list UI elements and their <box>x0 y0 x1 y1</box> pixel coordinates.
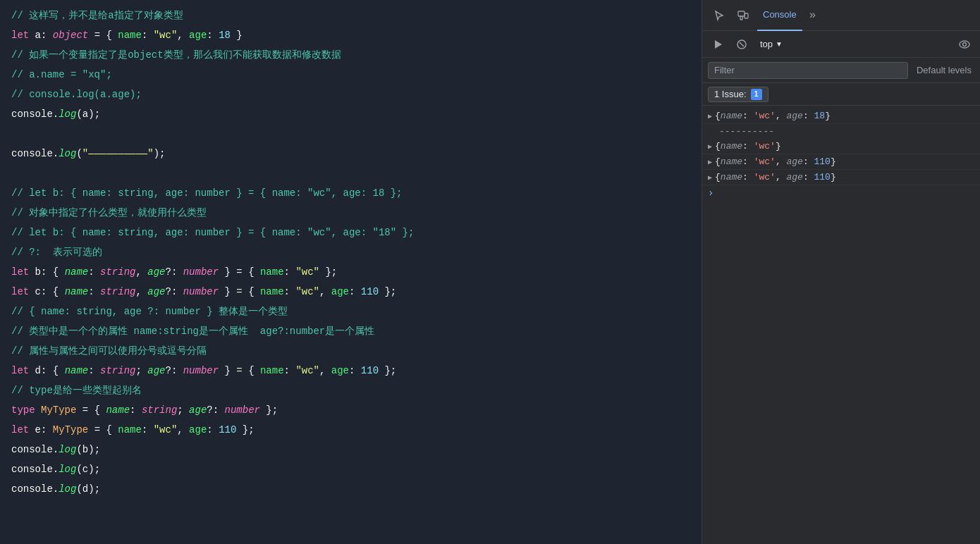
context-selector[interactable]: top ▼ <box>756 37 787 51</box>
stop-btn[interactable] <box>732 35 752 54</box>
code-panel: // 这样写，并不是给a指定了对象类型 let a: object = { na… <box>0 0 702 544</box>
issues-badge[interactable]: 1 Issue: 1 <box>708 87 768 102</box>
chevron-down-icon: ▼ <box>776 40 783 48</box>
code-line-7 <box>0 124 702 144</box>
svg-point-6 <box>960 41 969 48</box>
default-levels-btn[interactable]: Default levels <box>914 63 974 77</box>
show-live-expressions-btn[interactable] <box>955 35 974 54</box>
console-line-3[interactable]: {name: 'wc', age: 110} <box>702 154 980 170</box>
filter-input[interactable] <box>708 62 908 79</box>
code-line-23: console.log(b); <box>0 440 702 459</box>
console-line-2[interactable]: {name: 'wc'} <box>702 139 980 154</box>
issue-count: 1 <box>754 90 759 98</box>
code-line-15: let c: { name: string, age?: number } = … <box>0 282 702 302</box>
console-text-3: {name: 'wc', age: 110} <box>715 156 836 167</box>
devtools-panel: Console » top ▼ <box>702 0 980 544</box>
run-script-btn[interactable] <box>708 35 728 54</box>
code-line-18: // 属性与属性之间可以使用分号或逗号分隔 <box>0 341 702 361</box>
issues-label: 1 Issue: <box>714 89 747 99</box>
code-line-20: // type是给一些类型起别名 <box>0 381 702 400</box>
expand-icon-2[interactable] <box>708 142 712 151</box>
issues-bar: 1 Issue: 1 <box>702 83 980 106</box>
code-line-14: let b: { name: string, age?: number } = … <box>0 262 702 282</box>
code-line-22: let e: MyType = { name: "wc", age: 110 }… <box>0 420 702 440</box>
more-tabs-btn[interactable]: » <box>805 0 821 31</box>
svg-rect-0 <box>738 11 745 16</box>
svg-rect-1 <box>745 13 748 18</box>
console-text-1: {name: 'wc', age: 18} <box>715 111 831 121</box>
svg-rect-2 <box>740 16 742 20</box>
code-line-17: // 类型中是一个个的属性 name:string是一个属性 age?:numb… <box>0 321 702 341</box>
code-line-9 <box>0 163 702 183</box>
console-output[interactable]: {name: 'wc', age: 18} ---------- {name: … <box>702 106 980 544</box>
console-line-4[interactable]: {name: 'wc', age: 110} <box>702 170 980 185</box>
code-line-21: type MyType = { name: string; age?: numb… <box>0 400 702 420</box>
expand-icon-3[interactable] <box>708 158 712 166</box>
console-line-1[interactable]: {name: 'wc', age: 18} <box>702 109 980 124</box>
code-line-10: // let b: { name: string, age: number } … <box>0 183 702 203</box>
expand-icon-4[interactable] <box>708 173 712 182</box>
cursor-icon-btn[interactable] <box>708 4 730 27</box>
expand-icon-1[interactable] <box>708 112 712 120</box>
devtools-toolbar2: top ▼ <box>702 31 980 58</box>
devtools-filter-row: Default levels <box>702 58 980 83</box>
code-line-24: console.log(c); <box>0 459 702 479</box>
console-text-4: {name: 'wc', age: 110} <box>715 172 836 183</box>
code-line-6: console.log(a); <box>0 104 702 124</box>
code-line-5: // console.log(a.age); <box>0 85 702 104</box>
code-line-13: // ?: 表示可选的 <box>0 242 702 262</box>
code-line-25: console.log(d); <box>0 479 702 499</box>
svg-marker-3 <box>715 40 722 49</box>
svg-line-5 <box>740 42 744 47</box>
code-line-4: // a.name = "xq"; <box>0 65 702 85</box>
issue-icon: 1 <box>751 89 762 100</box>
code-line-8: console.log("——————————"); <box>0 144 702 163</box>
tab-console[interactable]: Console <box>757 0 802 31</box>
context-label: top <box>760 39 773 49</box>
console-prompt[interactable]: › <box>702 185 980 201</box>
code-line-2: let a: object = { name: "wc", age: 18 } <box>0 25 702 45</box>
code-line-1: // 这样写，并不是给a指定了对象类型 <box>0 6 702 25</box>
svg-point-7 <box>963 42 967 46</box>
console-text-2: {name: 'wc'} <box>715 141 781 152</box>
prompt-chevron-icon: › <box>708 187 713 199</box>
devtools-topbar: Console » <box>702 0 980 31</box>
code-line-3: // 如果一个变量指定了是object类型，那么我们不能获取数据和修改数据 <box>0 45 702 65</box>
code-line-16: // { name: string, age ?: number } 整体是一个… <box>0 302 702 321</box>
devtools-topbar-left <box>708 4 754 27</box>
code-line-11: // 对象中指定了什么类型，就使用什么类型 <box>0 203 702 223</box>
code-line-12: // let b: { name: string, age: number } … <box>0 223 702 242</box>
console-separator: ---------- <box>702 124 980 139</box>
device-toggle-btn[interactable] <box>732 4 754 27</box>
code-line-19: let d: { name: string; age?: number } = … <box>0 361 702 381</box>
